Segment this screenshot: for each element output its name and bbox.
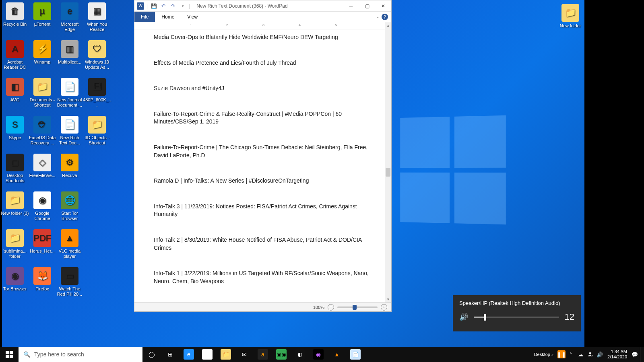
svg-rect-3 [10, 355, 13, 358]
desktop-icon[interactable]: 📁3D Objects - Shortcut [83, 116, 111, 145]
task-view-button[interactable]: ⊞ [161, 347, 180, 362]
ribbon-tabs: File Home View ⌄ ? [134, 12, 391, 22]
desktop-icon[interactable]: ▲VLC media player [56, 229, 84, 259]
desktop-icon[interactable]: SSkype [1, 116, 29, 140]
desktop-icon[interactable]: ◻Desktop Shortcuts [1, 154, 29, 183]
taskbar-store[interactable]: 🛍 [198, 347, 217, 362]
show-desktop-button[interactable] [640, 347, 642, 362]
desktop-icon[interactable]: ▭Watch The Red Pill 20... [56, 267, 84, 296]
tray-volume-icon[interactable]: 🔊 [595, 347, 604, 362]
audio-device-name[interactable]: Speaker/HP (Realtek High Definition Audi… [459, 300, 574, 306]
desktop-icon[interactable]: ◧AVG [1, 78, 29, 103]
desktop-icon[interactable]: 📄New Journal Document.... [56, 78, 84, 107]
desktop-icon[interactable]: ⛑EaseUS Data Recovery ... [28, 116, 56, 145]
taskbar-explorer[interactable]: 📁 [217, 347, 235, 362]
paragraph: Effects of Media Pretence and Lies/Fourt… [154, 59, 374, 67]
tray-app-icon[interactable]: ❚❚ [557, 350, 566, 358]
paragraph: Suzie Dawson and #Unity4J [154, 84, 374, 93]
help-icon[interactable]: ? [382, 14, 388, 20]
close-button[interactable]: ✕ [375, 0, 391, 12]
tray-clock[interactable]: 1:34 AM 2/14/2020 [605, 349, 630, 360]
paragraph: Info-Talk 2 | 8/30/2019: White House Not… [154, 236, 374, 252]
tab-file[interactable]: File [134, 12, 155, 22]
zoom-label: 100% [313, 305, 324, 310]
cortana-button[interactable]: ◯ [142, 347, 161, 362]
desktop-icon[interactable]: 📁'sublimina... folder [1, 229, 29, 259]
paragraph: Info-Talk 1 | 3/22/2019: Millions in US … [154, 269, 374, 285]
desktop-icon[interactable]: 📁Documents - Shortcut [28, 78, 56, 107]
tab-home[interactable]: Home [155, 12, 181, 22]
desktop-icon[interactable]: µµTorrent [28, 2, 56, 27]
undo-icon[interactable]: ↶ [160, 2, 167, 10]
desktop-icon[interactable]: 🎞480P_600K_... [83, 78, 111, 107]
tray-onedrive-icon[interactable]: ☁ [576, 347, 585, 362]
redo-icon[interactable]: ↷ [169, 2, 177, 10]
taskbar-tripadvisor[interactable]: ◉◉ [272, 347, 291, 362]
paragraph: Failure-To-Report-Crime | The Chicago Su… [154, 144, 374, 159]
desktop-icon[interactable]: 📁New folder [556, 4, 584, 29]
vertical-scrollbar[interactable]: ▴ ▾ [385, 22, 391, 302]
taskbar-wordpad[interactable]: 📄 [346, 347, 365, 362]
zoom-slider[interactable] [337, 306, 378, 308]
taskbar-app-purple[interactable]: ◉ [309, 347, 328, 362]
svg-rect-2 [6, 355, 9, 358]
document-body[interactable]: Media Cover-Ops to Blatantly Hide Worldw… [154, 33, 374, 302]
scroll-thumb[interactable] [386, 168, 390, 177]
action-center-icon[interactable]: 💬 [630, 347, 639, 362]
taskbar-vlc[interactable]: ▲ [328, 347, 346, 362]
desktop-icon[interactable]: ◇FreeFileVie... [28, 154, 56, 178]
desktop-icon[interactable]: ▥Multiplicat... [56, 40, 84, 65]
desktop-icon[interactable]: ◉Tor Browser [1, 267, 29, 292]
windows-logo [400, 115, 506, 224]
desktop-icon[interactable]: ⚡Winamp [28, 40, 56, 65]
desktop-icon[interactable]: 🦊Firefox [28, 267, 56, 292]
svg-rect-1 [10, 351, 13, 354]
desktop-icon[interactable]: ⚙Recuva [56, 154, 84, 178]
volume-slider[interactable] [474, 317, 559, 318]
search-placeholder: Type here to search [34, 351, 84, 358]
tab-view[interactable]: View [181, 12, 204, 22]
ruler[interactable]: 12345 [134, 22, 391, 29]
volume-flyout[interactable]: Speaker/HP (Realtek High Definition Audi… [453, 295, 581, 331]
desktop-icon[interactable]: eMicrosoft Edge [56, 2, 84, 32]
paragraph: Failure-To-Report-Crime & False-Reality-… [154, 110, 374, 126]
taskbar: 🔍 Type here to search ◯ ⊞ e 🛍 📁 ✉ a ◉◉ ◐… [0, 347, 644, 362]
wordpad-icon[interactable]: W [137, 2, 144, 10]
desktop-icon[interactable]: 📁New folder (3) [1, 191, 29, 216]
wordpad-titlebar[interactable]: W | 💾 ↶ ↷ ▾ | New Rich Text Document (36… [134, 0, 391, 12]
taskbar-mail[interactable]: ✉ [235, 347, 254, 362]
desktop-icon[interactable]: ◉Google Chrome [28, 191, 56, 221]
scroll-up-icon[interactable]: ▴ [385, 22, 391, 29]
tray-overflow-icon[interactable]: ˄ [566, 347, 575, 362]
qat-more-icon[interactable]: ▾ [179, 2, 186, 10]
zoom-in-button[interactable]: + [381, 304, 387, 311]
search-icon: 🔍 [23, 351, 30, 358]
search-input[interactable]: 🔍 Type here to search [19, 347, 142, 362]
save-icon[interactable]: 💾 [150, 2, 157, 10]
black-strip [584, 0, 644, 347]
desktop-icon[interactable]: AAcrobat Reader DC [1, 40, 29, 70]
taskbar-app-dark[interactable]: ◐ [291, 347, 309, 362]
scroll-down-icon[interactable]: ▾ [385, 296, 391, 302]
start-button[interactable] [0, 347, 19, 362]
tray-network-icon[interactable]: 🖧 [586, 347, 594, 362]
ribbon-collapse-icon[interactable]: ⌄ [376, 14, 379, 19]
maximize-button[interactable]: ▢ [359, 0, 375, 12]
paragraph: Ramola D | Info-Talks: A New Series | #D… [154, 177, 374, 185]
speaker-icon[interactable]: 🔊 [459, 313, 468, 321]
desktop-icon[interactable]: 🌐Start Tor Browser [56, 191, 84, 221]
desktop-icon[interactable]: 🗑Recycle Bin [1, 2, 29, 27]
wordpad-window[interactable]: W | 💾 ↶ ↷ ▾ | New Rich Text Document (36… [134, 0, 392, 312]
minimize-button[interactable]: ─ [343, 0, 359, 12]
desktop[interactable]: 🗑Recycle BinAAcrobat Reader DC◧AVGSSkype… [0, 0, 644, 347]
desktop-icon[interactable]: 📄New Rich Text Doc... [56, 116, 84, 145]
system-tray: Desktop » ❚❚ ˄ ☁ 🖧 🔊 1:34 AM 2/14/2020 💬 [531, 347, 644, 362]
desktop-icon[interactable]: PDFHorus_Her... [28, 229, 56, 254]
zoom-out-button[interactable]: − [328, 304, 334, 311]
taskbar-edge[interactable]: e [180, 347, 198, 362]
paragraph: Info-Talk 3 | 11/23/2019: Notices Posted… [154, 203, 374, 218]
taskbar-amazon[interactable]: a [254, 347, 272, 362]
desktop-icon[interactable]: ▦When You Realize [83, 2, 111, 32]
desktop-toolbar[interactable]: Desktop » [531, 352, 557, 357]
desktop-icon[interactable]: 🛡Windows 10 Update As... [83, 40, 111, 70]
